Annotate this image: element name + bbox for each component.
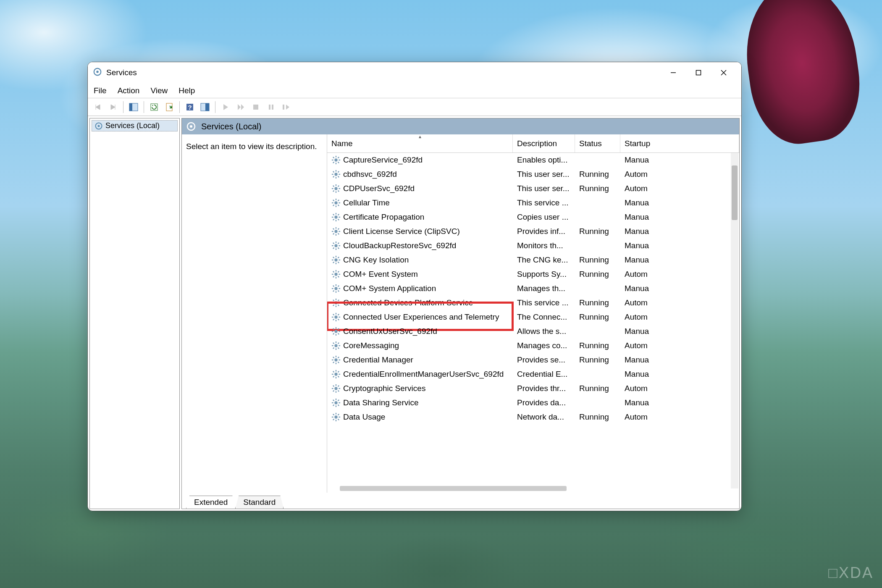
svg-point-103 xyxy=(334,287,337,290)
menu-view[interactable]: View xyxy=(150,86,168,95)
service-description: Provides da... xyxy=(513,398,575,407)
horizontal-scrollbar[interactable] xyxy=(340,486,567,491)
svg-line-191 xyxy=(333,419,334,420)
titlebar[interactable]: Services xyxy=(88,62,741,83)
export-list-button[interactable] xyxy=(163,100,176,114)
service-row[interactable]: cbdhsvc_692fdThis user ser...RunningAuto… xyxy=(327,167,739,181)
svg-line-65 xyxy=(333,219,334,220)
svg-line-120 xyxy=(338,300,339,301)
svg-line-108 xyxy=(333,286,334,287)
service-name: Connected Devices Platform Service xyxy=(343,298,473,307)
service-row[interactable]: ConsentUxUserSvc_692fdAllows the s...Man… xyxy=(327,324,739,339)
col-header-status[interactable]: Status xyxy=(575,134,620,152)
service-row[interactable]: Cellular TimeThis service ...Manua xyxy=(327,196,739,210)
tab-standard[interactable]: Standard xyxy=(235,496,284,509)
close-button[interactable] xyxy=(711,64,736,81)
service-name: cbdhsvc_692fd xyxy=(343,170,397,179)
svg-point-19 xyxy=(98,125,100,127)
tree-root-label: Services (Local) xyxy=(105,121,160,130)
svg-line-73 xyxy=(338,234,339,235)
service-row[interactable]: Certificate PropagationCopies user ...Ma… xyxy=(327,210,739,224)
svg-line-127 xyxy=(338,319,339,320)
service-description: Provides thr... xyxy=(513,384,575,393)
service-description: Provides inf... xyxy=(513,227,575,236)
start-service-button[interactable] xyxy=(219,100,232,114)
service-startup: Autom xyxy=(620,184,739,193)
gear-icon xyxy=(331,398,341,407)
scrollbar-thumb[interactable] xyxy=(732,165,738,220)
svg-line-92 xyxy=(333,262,334,263)
svg-point-157 xyxy=(334,373,337,375)
service-name: Cryptographic Services xyxy=(343,384,425,393)
menu-action[interactable]: Action xyxy=(118,86,140,95)
service-row[interactable]: CloudBackupRestoreSvc_692fdMonitors th..… xyxy=(327,239,739,253)
service-description: Copies user ... xyxy=(513,213,575,222)
service-row[interactable]: CoreMessagingManages co...RunningAutom xyxy=(327,339,739,353)
service-row[interactable]: COM+ System ApplicationManages th...Manu… xyxy=(327,281,739,296)
svg-line-81 xyxy=(333,243,334,244)
minimize-button[interactable] xyxy=(661,64,686,81)
content-area: Services (Local) Services (Local) Select… xyxy=(88,116,741,511)
service-description: Supports Sy... xyxy=(513,270,575,279)
service-row[interactable]: CDPUserSvc_692fdThis user ser...RunningA… xyxy=(327,181,739,196)
service-row[interactable]: Cryptographic ServicesProvides thr...Run… xyxy=(327,381,739,396)
service-row[interactable]: CaptureService_692fdEnables opti...Manua xyxy=(327,153,739,167)
service-row[interactable]: Credential ManagerProvides se...RunningM… xyxy=(327,353,739,367)
svg-line-91 xyxy=(338,262,339,263)
window-title: Services xyxy=(106,68,661,77)
service-startup: Manua xyxy=(620,255,739,265)
gear-icon xyxy=(331,412,341,422)
help-button[interactable]: ? xyxy=(183,100,197,114)
service-row[interactable]: Data Sharing ServiceProvides da...Manua xyxy=(327,396,739,410)
svg-line-164 xyxy=(333,376,334,378)
service-row[interactable]: CNG Key IsolationThe CNG ke...RunningMan… xyxy=(327,253,739,267)
svg-line-36 xyxy=(333,171,334,173)
pause-service-button[interactable] xyxy=(264,100,278,114)
col-header-name[interactable]: ▴ Name xyxy=(327,134,513,152)
console-tree[interactable]: Services (Local) xyxy=(89,118,180,509)
service-row[interactable]: COM+ Event SystemSupports Sy...RunningAu… xyxy=(327,267,739,281)
resume-service-button[interactable] xyxy=(279,100,293,114)
col-header-description[interactable]: Description xyxy=(513,134,575,152)
service-status: Running xyxy=(575,227,620,236)
service-row[interactable]: Connected User Experiences and Telemetry… xyxy=(327,310,739,324)
restart-service-button[interactable] xyxy=(234,100,247,114)
service-startup: Autom xyxy=(620,412,739,422)
svg-line-154 xyxy=(338,362,339,363)
service-status: Running xyxy=(575,255,620,265)
service-row[interactable]: Connected Devices Platform ServiceThis s… xyxy=(327,296,739,310)
refresh-button[interactable] xyxy=(147,100,161,114)
svg-line-46 xyxy=(338,191,339,192)
svg-line-189 xyxy=(333,414,334,415)
service-name: COM+ Event System xyxy=(343,270,418,279)
col-header-startup[interactable]: Startup xyxy=(620,134,739,152)
svg-point-85 xyxy=(334,258,337,261)
svg-rect-7 xyxy=(129,103,132,111)
service-startup: Autom xyxy=(620,170,739,179)
nav-back-button[interactable] xyxy=(91,100,105,114)
services-list[interactable]: ▴ Name Description Status Startup Captur… xyxy=(327,134,739,493)
properties-button[interactable] xyxy=(198,100,212,114)
details-pane: Services (Local) Select an item to view … xyxy=(181,118,740,509)
svg-point-76 xyxy=(334,244,337,247)
svg-point-112 xyxy=(334,301,337,304)
svg-line-27 xyxy=(333,157,334,158)
svg-line-190 xyxy=(338,419,339,420)
svg-point-1 xyxy=(96,71,99,73)
nav-forward-button[interactable] xyxy=(106,100,120,114)
menu-help[interactable]: Help xyxy=(178,86,195,95)
service-row[interactable]: Data UsageNetwork da...RunningAutom xyxy=(327,410,739,424)
svg-point-67 xyxy=(334,230,337,233)
service-row[interactable]: Client License Service (ClipSVC)Provides… xyxy=(327,224,739,239)
maximize-button[interactable] xyxy=(686,64,711,81)
service-name: Connected User Experiences and Telemetry xyxy=(343,312,499,322)
stop-service-button[interactable] xyxy=(249,100,262,114)
tree-root-item[interactable]: Services (Local) xyxy=(92,120,178,131)
show-hide-tree-button[interactable] xyxy=(127,100,140,114)
vertical-scrollbar[interactable] xyxy=(731,153,738,488)
service-row[interactable]: CredentialEnrollmentManagerUserSvc_692fd… xyxy=(327,367,739,381)
tab-extended[interactable]: Extended xyxy=(186,496,236,509)
gear-icon xyxy=(331,227,341,236)
menu-file[interactable]: File xyxy=(94,86,107,95)
service-startup: Autom xyxy=(620,341,739,350)
